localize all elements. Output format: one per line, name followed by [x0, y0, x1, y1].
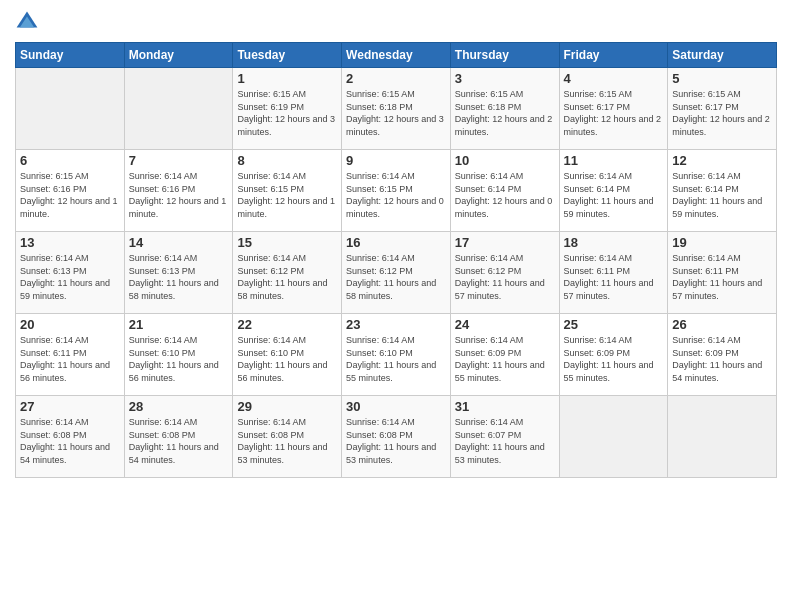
day-cell: 13Sunrise: 6:14 AM Sunset: 6:13 PM Dayli… [16, 232, 125, 314]
day-info: Sunrise: 6:14 AM Sunset: 6:16 PM Dayligh… [129, 170, 229, 220]
day-number: 29 [237, 399, 337, 414]
day-cell: 14Sunrise: 6:14 AM Sunset: 6:13 PM Dayli… [124, 232, 233, 314]
week-row-1: 1Sunrise: 6:15 AM Sunset: 6:19 PM Daylig… [16, 68, 777, 150]
day-info: Sunrise: 6:14 AM Sunset: 6:13 PM Dayligh… [20, 252, 120, 302]
day-cell: 28Sunrise: 6:14 AM Sunset: 6:08 PM Dayli… [124, 396, 233, 478]
day-cell: 8Sunrise: 6:14 AM Sunset: 6:15 PM Daylig… [233, 150, 342, 232]
day-info: Sunrise: 6:15 AM Sunset: 6:16 PM Dayligh… [20, 170, 120, 220]
week-row-5: 27Sunrise: 6:14 AM Sunset: 6:08 PM Dayli… [16, 396, 777, 478]
header-cell-sunday: Sunday [16, 43, 125, 68]
day-cell: 24Sunrise: 6:14 AM Sunset: 6:09 PM Dayli… [450, 314, 559, 396]
day-number: 25 [564, 317, 664, 332]
day-number: 14 [129, 235, 229, 250]
day-number: 27 [20, 399, 120, 414]
day-number: 31 [455, 399, 555, 414]
day-info: Sunrise: 6:14 AM Sunset: 6:09 PM Dayligh… [672, 334, 772, 384]
day-info: Sunrise: 6:15 AM Sunset: 6:17 PM Dayligh… [672, 88, 772, 138]
day-number: 22 [237, 317, 337, 332]
day-cell [124, 68, 233, 150]
day-cell: 17Sunrise: 6:14 AM Sunset: 6:12 PM Dayli… [450, 232, 559, 314]
day-cell: 31Sunrise: 6:14 AM Sunset: 6:07 PM Dayli… [450, 396, 559, 478]
day-number: 28 [129, 399, 229, 414]
day-info: Sunrise: 6:14 AM Sunset: 6:10 PM Dayligh… [237, 334, 337, 384]
day-number: 16 [346, 235, 446, 250]
day-info: Sunrise: 6:14 AM Sunset: 6:15 PM Dayligh… [237, 170, 337, 220]
day-cell: 22Sunrise: 6:14 AM Sunset: 6:10 PM Dayli… [233, 314, 342, 396]
day-info: Sunrise: 6:14 AM Sunset: 6:12 PM Dayligh… [455, 252, 555, 302]
day-cell: 2Sunrise: 6:15 AM Sunset: 6:18 PM Daylig… [342, 68, 451, 150]
day-number: 20 [20, 317, 120, 332]
day-cell: 19Sunrise: 6:14 AM Sunset: 6:11 PM Dayli… [668, 232, 777, 314]
day-cell: 16Sunrise: 6:14 AM Sunset: 6:12 PM Dayli… [342, 232, 451, 314]
day-cell: 10Sunrise: 6:14 AM Sunset: 6:14 PM Dayli… [450, 150, 559, 232]
day-number: 5 [672, 71, 772, 86]
header-cell-wednesday: Wednesday [342, 43, 451, 68]
header-cell-friday: Friday [559, 43, 668, 68]
day-cell: 11Sunrise: 6:14 AM Sunset: 6:14 PM Dayli… [559, 150, 668, 232]
day-cell: 7Sunrise: 6:14 AM Sunset: 6:16 PM Daylig… [124, 150, 233, 232]
header-cell-monday: Monday [124, 43, 233, 68]
day-info: Sunrise: 6:14 AM Sunset: 6:11 PM Dayligh… [672, 252, 772, 302]
day-cell [559, 396, 668, 478]
day-info: Sunrise: 6:15 AM Sunset: 6:18 PM Dayligh… [455, 88, 555, 138]
day-cell: 15Sunrise: 6:14 AM Sunset: 6:12 PM Dayli… [233, 232, 342, 314]
day-info: Sunrise: 6:15 AM Sunset: 6:19 PM Dayligh… [237, 88, 337, 138]
day-info: Sunrise: 6:14 AM Sunset: 6:08 PM Dayligh… [20, 416, 120, 466]
day-info: Sunrise: 6:14 AM Sunset: 6:09 PM Dayligh… [564, 334, 664, 384]
logo-icon [15, 10, 39, 34]
day-number: 15 [237, 235, 337, 250]
day-info: Sunrise: 6:14 AM Sunset: 6:07 PM Dayligh… [455, 416, 555, 466]
day-info: Sunrise: 6:14 AM Sunset: 6:14 PM Dayligh… [455, 170, 555, 220]
header-cell-tuesday: Tuesday [233, 43, 342, 68]
calendar-table: SundayMondayTuesdayWednesdayThursdayFrid… [15, 42, 777, 478]
header [15, 10, 777, 34]
day-info: Sunrise: 6:14 AM Sunset: 6:15 PM Dayligh… [346, 170, 446, 220]
day-number: 24 [455, 317, 555, 332]
logo [15, 10, 43, 34]
header-cell-thursday: Thursday [450, 43, 559, 68]
day-number: 8 [237, 153, 337, 168]
day-number: 4 [564, 71, 664, 86]
week-row-4: 20Sunrise: 6:14 AM Sunset: 6:11 PM Dayli… [16, 314, 777, 396]
day-number: 23 [346, 317, 446, 332]
day-info: Sunrise: 6:15 AM Sunset: 6:17 PM Dayligh… [564, 88, 664, 138]
day-cell: 5Sunrise: 6:15 AM Sunset: 6:17 PM Daylig… [668, 68, 777, 150]
day-cell: 1Sunrise: 6:15 AM Sunset: 6:19 PM Daylig… [233, 68, 342, 150]
day-cell: 6Sunrise: 6:15 AM Sunset: 6:16 PM Daylig… [16, 150, 125, 232]
day-info: Sunrise: 6:14 AM Sunset: 6:14 PM Dayligh… [564, 170, 664, 220]
day-cell: 12Sunrise: 6:14 AM Sunset: 6:14 PM Dayli… [668, 150, 777, 232]
day-info: Sunrise: 6:14 AM Sunset: 6:10 PM Dayligh… [129, 334, 229, 384]
day-number: 11 [564, 153, 664, 168]
day-info: Sunrise: 6:14 AM Sunset: 6:08 PM Dayligh… [346, 416, 446, 466]
day-info: Sunrise: 6:14 AM Sunset: 6:13 PM Dayligh… [129, 252, 229, 302]
day-cell: 4Sunrise: 6:15 AM Sunset: 6:17 PM Daylig… [559, 68, 668, 150]
day-number: 17 [455, 235, 555, 250]
day-number: 13 [20, 235, 120, 250]
day-cell: 23Sunrise: 6:14 AM Sunset: 6:10 PM Dayli… [342, 314, 451, 396]
day-number: 1 [237, 71, 337, 86]
day-number: 18 [564, 235, 664, 250]
page: SundayMondayTuesdayWednesdayThursdayFrid… [0, 0, 792, 612]
day-number: 21 [129, 317, 229, 332]
week-row-3: 13Sunrise: 6:14 AM Sunset: 6:13 PM Dayli… [16, 232, 777, 314]
day-number: 3 [455, 71, 555, 86]
day-number: 7 [129, 153, 229, 168]
week-row-2: 6Sunrise: 6:15 AM Sunset: 6:16 PM Daylig… [16, 150, 777, 232]
day-info: Sunrise: 6:14 AM Sunset: 6:12 PM Dayligh… [237, 252, 337, 302]
day-number: 2 [346, 71, 446, 86]
day-cell: 21Sunrise: 6:14 AM Sunset: 6:10 PM Dayli… [124, 314, 233, 396]
day-number: 26 [672, 317, 772, 332]
day-cell [668, 396, 777, 478]
day-cell: 3Sunrise: 6:15 AM Sunset: 6:18 PM Daylig… [450, 68, 559, 150]
day-info: Sunrise: 6:14 AM Sunset: 6:09 PM Dayligh… [455, 334, 555, 384]
day-number: 6 [20, 153, 120, 168]
day-info: Sunrise: 6:14 AM Sunset: 6:08 PM Dayligh… [129, 416, 229, 466]
day-info: Sunrise: 6:14 AM Sunset: 6:11 PM Dayligh… [564, 252, 664, 302]
header-cell-saturday: Saturday [668, 43, 777, 68]
day-cell: 25Sunrise: 6:14 AM Sunset: 6:09 PM Dayli… [559, 314, 668, 396]
day-info: Sunrise: 6:14 AM Sunset: 6:10 PM Dayligh… [346, 334, 446, 384]
day-info: Sunrise: 6:14 AM Sunset: 6:11 PM Dayligh… [20, 334, 120, 384]
day-cell: 9Sunrise: 6:14 AM Sunset: 6:15 PM Daylig… [342, 150, 451, 232]
day-info: Sunrise: 6:14 AM Sunset: 6:12 PM Dayligh… [346, 252, 446, 302]
day-number: 19 [672, 235, 772, 250]
